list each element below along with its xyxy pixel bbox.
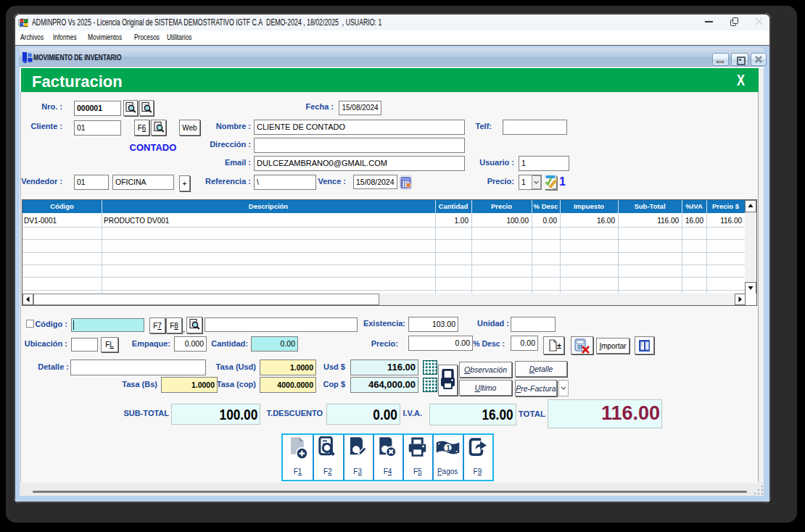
svg-text:±: ± bbox=[557, 341, 561, 350]
svg-text:si: si bbox=[553, 186, 556, 191]
svg-text:1: 1 bbox=[446, 444, 450, 452]
